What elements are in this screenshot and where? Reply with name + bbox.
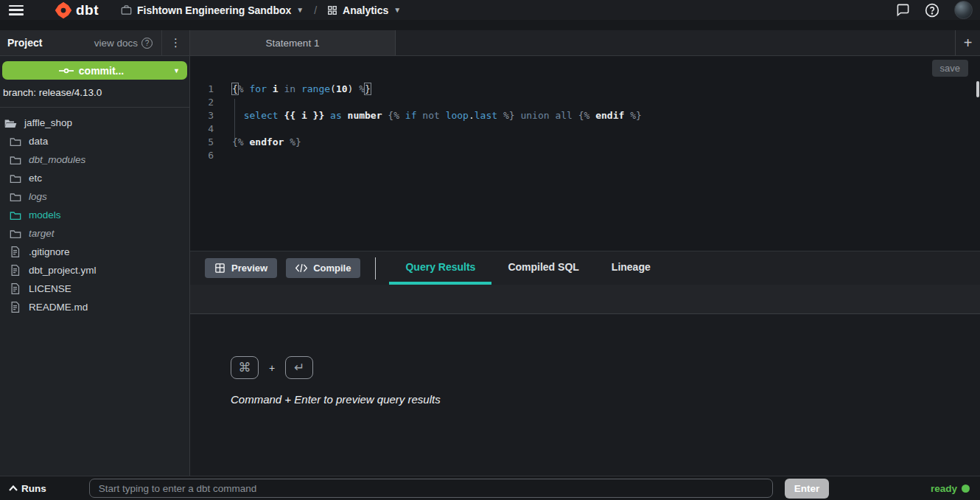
folder-icon <box>9 210 21 221</box>
tree-item-readme-md[interactable]: README.md <box>0 298 189 316</box>
code-line: {% for i in range(10) %} <box>232 83 980 96</box>
folder-open-icon <box>4 118 17 128</box>
tree-item-label: target <box>29 228 55 239</box>
tree-item-label: LICENSE <box>29 283 71 294</box>
shortcut-hint-keys: ⌘ + ↵ <box>231 356 980 379</box>
sidebar-header: Project view docs ? ⋮ <box>0 30 189 56</box>
tree-item-label: jaffle_shop <box>24 117 72 128</box>
dbt-cloud-ide: dbt Fishtown Engineering Sandbox ▼ / Ana… <box>0 0 980 500</box>
code-lines: {% for i in range(10) %} select {{ i }} … <box>221 83 980 251</box>
tree-item-label: README.md <box>29 302 88 313</box>
breadcrumb: Fishtown Engineering Sandbox ▼ / Analyti… <box>121 4 401 16</box>
commit-button[interactable]: commit... ▼ <box>2 61 187 80</box>
results-panel: ⌘ + ↵ Command + Enter to preview query r… <box>190 314 980 476</box>
plus-separator: + <box>269 362 275 374</box>
code-icon <box>295 263 307 273</box>
tab-bar-spacer <box>396 30 955 55</box>
line-number: 2 <box>190 96 214 109</box>
results-toolbar: Preview Compile Query ResultsCompiled SQ… <box>190 251 980 285</box>
kebab-icon: ⋮ <box>170 36 181 49</box>
runs-toggle[interactable]: Runs <box>9 483 46 494</box>
tree-item-models[interactable]: models <box>0 206 189 224</box>
tree-item-etc[interactable]: etc <box>0 169 189 187</box>
sidebar-title: Project <box>7 37 42 49</box>
tab-compiled-sql[interactable]: Compiled SQL <box>491 251 595 285</box>
folder-icon <box>9 173 21 184</box>
results-header-strip <box>190 285 980 314</box>
tree-item-target[interactable]: target <box>0 224 189 243</box>
help-icon[interactable] <box>925 3 939 18</box>
briefcase-icon <box>121 4 132 15</box>
folder-icon <box>9 229 21 239</box>
file-icon <box>9 283 21 294</box>
tree-item-label: dbt_project.yml <box>29 265 97 276</box>
compile-label: Compile <box>313 263 351 274</box>
tab-query-results[interactable]: Query Results <box>389 251 491 285</box>
status-dot-icon <box>962 485 970 493</box>
tree-item-label: .gitignore <box>29 246 70 257</box>
git-commit-icon <box>59 66 74 75</box>
tab-label: Statement 1 <box>266 38 320 49</box>
top-bar: dbt Fishtown Engineering Sandbox ▼ / Ana… <box>0 0 980 20</box>
tree-item-label: models <box>29 209 61 221</box>
tab-statement-1[interactable]: Statement 1 <box>190 30 396 55</box>
hamburger-menu-icon[interactable] <box>9 5 24 15</box>
plus-icon: + <box>964 35 973 52</box>
grid-icon <box>327 5 337 15</box>
editor-scrollbar[interactable] <box>976 81 979 97</box>
tree-item-label: data <box>29 136 48 147</box>
chat-icon[interactable] <box>896 3 910 17</box>
chevron-down-icon: ▼ <box>296 6 304 14</box>
new-tab-button[interactable]: + <box>955 30 980 55</box>
chevron-up-icon <box>9 485 18 491</box>
code-line: {% endfor %} <box>232 136 980 149</box>
tree-item-label: etc <box>29 173 42 184</box>
file-icon <box>9 302 21 313</box>
view-docs-link[interactable]: view docs ? <box>94 38 161 49</box>
table-icon <box>214 263 225 274</box>
preview-button[interactable]: Preview <box>205 258 277 278</box>
tree-item-dbt-project-yml[interactable]: dbt_project.yml <box>0 261 189 279</box>
account-selector[interactable]: Fishtown Engineering Sandbox ▼ <box>121 4 304 16</box>
line-numbers: 123456 <box>190 83 221 251</box>
folder-icon <box>9 192 21 202</box>
commit-label: commit... <box>79 65 124 77</box>
tree-item-data[interactable]: data <box>0 132 189 150</box>
compile-button[interactable]: Compile <box>286 258 360 278</box>
tree-item-dbt-modules[interactable]: dbt_modules <box>0 150 189 169</box>
runs-label: Runs <box>21 483 46 494</box>
file-icon <box>9 246 21 257</box>
tree-item-label: dbt_modules <box>29 154 85 165</box>
project-selector[interactable]: Analytics ▼ <box>327 4 401 16</box>
account-name: Fishtown Engineering Sandbox <box>137 4 291 16</box>
folder-icon <box>9 155 21 165</box>
editor-tab-bar: Statement 1 + <box>190 30 980 56</box>
sidebar-menu-button[interactable]: ⋮ <box>161 30 189 55</box>
dbt-logo: dbt <box>55 1 99 19</box>
enter-key-icon: ↵ <box>285 356 313 379</box>
topbar-gap <box>0 20 980 30</box>
tree-item-logs[interactable]: logs <box>0 187 189 206</box>
code-editor[interactable]: save 123456 {% for i in range(10) %} sel… <box>190 56 980 251</box>
topbar-actions <box>896 1 973 19</box>
shortcut-hint-text: Command + Enter to preview query results <box>231 393 980 406</box>
commit-chevron-icon: ▼ <box>173 67 180 74</box>
user-avatar[interactable] <box>954 1 973 19</box>
tree-item-license[interactable]: LICENSE <box>0 279 189 298</box>
code-line <box>232 122 980 136</box>
tab-lineage[interactable]: Lineage <box>595 251 667 285</box>
tree-item-label: logs <box>29 191 47 202</box>
editor-actions: save <box>190 56 980 80</box>
dbt-command-input[interactable] <box>89 479 773 498</box>
status-indicator: ready <box>931 483 970 494</box>
question-circle-icon: ? <box>141 38 153 49</box>
sidebar: Project view docs ? ⋮ commit... ▼ branch… <box>0 30 190 476</box>
line-number: 6 <box>190 149 214 162</box>
dbt-logo-mark <box>55 1 72 19</box>
chevron-down-icon: ▼ <box>393 6 401 14</box>
tree-item-jaffle-shop[interactable]: jaffle_shop <box>0 114 189 132</box>
code-area[interactable]: 123456 {% for i in range(10) %} select {… <box>190 80 980 251</box>
tree-item--gitignore[interactable]: .gitignore <box>0 243 189 261</box>
save-button[interactable]: save <box>932 60 968 77</box>
enter-button[interactable]: Enter <box>785 479 830 499</box>
